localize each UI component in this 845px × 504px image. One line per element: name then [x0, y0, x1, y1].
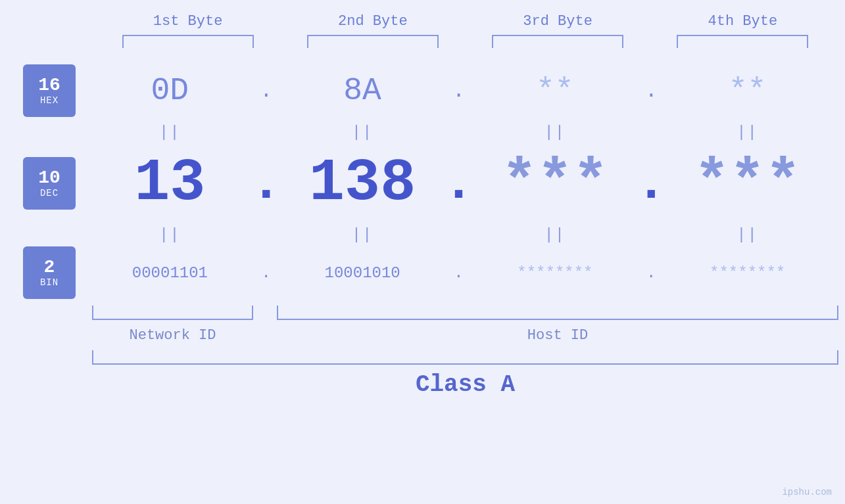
equals-row-2: || || || ||: [85, 223, 832, 246]
bin-row: 00001101 . 10001010 . ******** .: [85, 246, 832, 299]
bin-dot-1: .: [254, 264, 278, 282]
eq2-2: ||: [278, 226, 447, 244]
hex-badge: 16 HEX: [23, 64, 76, 117]
bin-val-4: ********: [663, 264, 832, 282]
dec-val-3: ***: [471, 150, 640, 217]
bin-dot-3: .: [639, 264, 663, 282]
eq1-2: ||: [278, 124, 447, 141]
eq1-1: ||: [85, 124, 254, 141]
bin-val-3: ********: [471, 264, 640, 282]
dec-badge: 10 DEC: [23, 157, 76, 210]
hex-val-2: 8A: [278, 73, 447, 108]
dec-val-4: ***: [663, 150, 832, 217]
bin-label: BIN: [40, 277, 59, 288]
values-grid: 0D . 8A . ** . **: [85, 61, 832, 299]
hex-badge-wrapper: 16 HEX: [23, 61, 76, 120]
eq1-3: ||: [471, 124, 640, 141]
badges-column: 16 HEX 10 DEC 2 BIN: [13, 61, 85, 299]
top-brackets: [95, 35, 835, 48]
top-bracket-3: [492, 35, 623, 48]
hex-dot-3: .: [639, 79, 663, 103]
dec-dot-2: .: [447, 154, 471, 214]
bin-num: 2: [44, 258, 55, 278]
byte3-header: 3rd Byte: [485, 13, 630, 30]
host-bracket: [277, 306, 838, 320]
byte-headers: 1st Byte 2nd Byte 3rd Byte 4th Byte: [95, 13, 835, 30]
hex-val-1: 0D: [85, 73, 254, 108]
dec-val-2: 138: [278, 150, 447, 217]
bin-val-2: 10001010: [278, 264, 447, 282]
eq2-1: ||: [85, 226, 254, 244]
network-id-label: Network ID: [92, 327, 253, 344]
dec-badge-wrapper: 10 DEC: [23, 144, 76, 223]
hex-label: HEX: [40, 95, 59, 106]
class-bracket: [92, 350, 838, 365]
byte1-header: 1st Byte: [116, 13, 260, 30]
host-id-label: Host ID: [277, 327, 838, 344]
hex-val-3: **: [471, 73, 640, 108]
eq2-4: ||: [663, 226, 832, 244]
dec-val-1: 13: [85, 150, 254, 217]
hex-dot-1: .: [254, 79, 278, 103]
top-bracket-4: [677, 35, 808, 48]
watermark: ipshu.com: [782, 487, 832, 497]
bin-badge-wrapper: 2 BIN: [23, 246, 76, 299]
dec-dot-1: .: [254, 154, 278, 214]
byte2-header: 2nd Byte: [301, 13, 445, 30]
sub-brackets-row: [92, 306, 838, 320]
network-bracket: [92, 306, 253, 320]
class-bracket-row: [92, 350, 838, 365]
top-bracket-1: [122, 35, 254, 48]
dec-dot-3: .: [639, 154, 663, 214]
class-label: Class A: [416, 371, 515, 398]
hex-row: 0D . 8A . ** . **: [85, 61, 832, 120]
hex-val-4: **: [663, 73, 832, 108]
eq2-3: ||: [471, 226, 640, 244]
main-container: 1st Byte 2nd Byte 3rd Byte 4th Byte 16 H…: [0, 0, 845, 504]
bottom-section: Network ID Host ID Class A: [92, 302, 838, 398]
eq1-4: ||: [663, 124, 832, 141]
hex-dot-2: .: [447, 79, 471, 103]
byte4-header: 4th Byte: [670, 13, 815, 30]
bin-val-1: 00001101: [85, 264, 254, 282]
dec-row: 13 . 138 . *** . ***: [85, 144, 832, 223]
hex-num: 16: [38, 76, 60, 96]
bin-dot-2: .: [447, 264, 471, 282]
equals-row-1: || || || ||: [85, 120, 832, 144]
dec-num: 10: [38, 168, 60, 189]
bin-badge: 2 BIN: [23, 246, 76, 299]
dec-label: DEC: [40, 188, 59, 198]
top-bracket-2: [307, 35, 439, 48]
data-rows: 16 HEX 10 DEC 2 BIN: [0, 61, 845, 299]
id-labels: Network ID Host ID: [92, 327, 838, 344]
class-label-row: Class A: [92, 371, 838, 398]
